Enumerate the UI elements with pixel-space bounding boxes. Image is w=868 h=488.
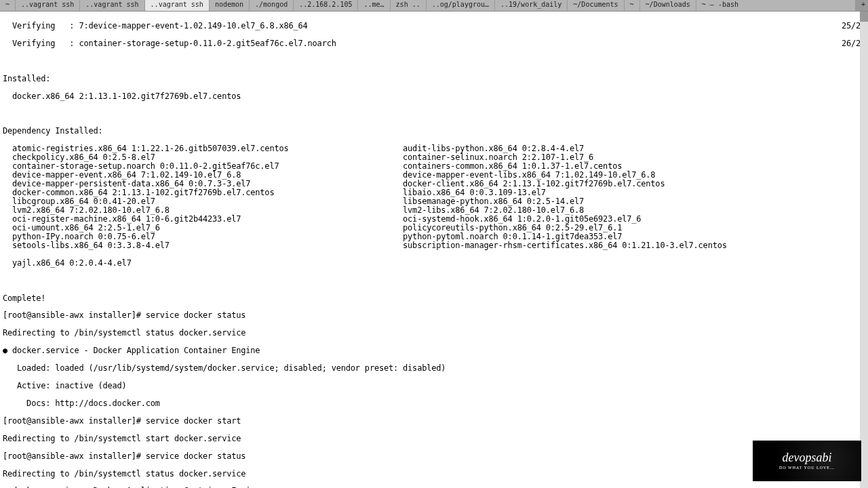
dependency-line: oci-umount.x86_64 2:2.5-1.el7_6 policyco… bbox=[3, 224, 865, 232]
section-header: Dependency Installed: bbox=[3, 127, 865, 136]
tab-item[interactable]: ..vagrant ssh bbox=[80, 0, 144, 11]
output-line: Loaded: loaded (/usr/lib/systemd/system/… bbox=[3, 364, 865, 373]
output-line: Redirecting to /bin/systemctl start dock… bbox=[3, 434, 865, 443]
tab-item[interactable]: ..me… bbox=[358, 0, 390, 11]
tab-item[interactable]: ..2.168.2.105 bbox=[294, 0, 358, 11]
output-line: Redirecting to /bin/systemctl status doc… bbox=[3, 470, 865, 479]
tab-item[interactable]: ~/Downloads bbox=[640, 0, 696, 11]
dependency-line: lvm2.x86_64 7:2.02.180-10.el7_6.8 lvm2-l… bbox=[3, 206, 865, 215]
tab-item[interactable]: ~ — -bash bbox=[696, 0, 856, 11]
tab-item[interactable]: ..19/work_daily bbox=[495, 0, 568, 11]
scrollbar-thumb[interactable] bbox=[860, 12, 868, 22]
output-line: Verifying : container-storage-setup-0.11… bbox=[3, 39, 336, 48]
logo-subtitle: DO WHAT YOU LOVE… bbox=[779, 466, 835, 470]
tab-item-active[interactable]: ..vagrant ssh bbox=[145, 0, 210, 11]
tab-item[interactable]: zsh .. bbox=[391, 0, 427, 11]
new-tab-button[interactable]: + bbox=[856, 0, 868, 11]
watermark-logo: devopsabi DO WHAT YOU LOVE… bbox=[753, 441, 861, 481]
output-line: Active: inactive (dead) bbox=[3, 382, 865, 390]
logo-text: devopsabi bbox=[783, 451, 832, 464]
tab-item[interactable]: ..og/playgrou… bbox=[427, 0, 495, 11]
tab-item[interactable]: ./mongod bbox=[250, 0, 294, 11]
complete-message: Complete! bbox=[3, 294, 865, 303]
output-line: Verifying : 7:device-mapper-event-1.02.1… bbox=[3, 22, 308, 30]
tab-item[interactable]: ..vagrant ssh bbox=[16, 0, 80, 11]
output-line: docker.x86_64 2:1.13.1-102.git7f2769b.el… bbox=[3, 92, 865, 101]
prompt-line: [root@ansible-awx installer]# service do… bbox=[3, 311, 245, 320]
tab-bar: ~ ..vagrant ssh ..vagrant ssh ..vagrant … bbox=[0, 0, 868, 12]
dependency-line: python-IPy.noarch 0:0.75-6.el7 python-py… bbox=[3, 232, 865, 241]
dependency-line: setools-libs.x86_64 0:3.3.8-4.el7 subscr… bbox=[3, 241, 865, 250]
prompt-line: [root@ansible-awx installer]# service do… bbox=[3, 452, 245, 461]
tab-item[interactable]: nodemon bbox=[210, 0, 250, 11]
tab-item[interactable]: ~ bbox=[625, 0, 640, 11]
output-line: Redirecting to /bin/systemctl status doc… bbox=[3, 329, 865, 338]
section-header: Installed: bbox=[3, 75, 865, 83]
output-line: Docs: http://docs.docker.com bbox=[3, 399, 865, 408]
dependency-line: oci-register-machine.x86_64 1:0-6.git2b4… bbox=[3, 215, 865, 224]
scrollbar[interactable] bbox=[860, 12, 868, 488]
tab-item[interactable]: ~ bbox=[0, 0, 16, 11]
tab-item[interactable]: ~/Documents bbox=[568, 0, 624, 11]
output-line: yajl.x86_64 0:2.0.4-4.el7 bbox=[3, 259, 865, 268]
terminal-output[interactable]: Verifying : 7:device-mapper-event-1.02.1… bbox=[0, 12, 868, 488]
service-line: docker.service - Docker Application Cont… bbox=[3, 346, 865, 355]
prompt-line: [root@ansible-awx installer]# service do… bbox=[3, 417, 241, 426]
